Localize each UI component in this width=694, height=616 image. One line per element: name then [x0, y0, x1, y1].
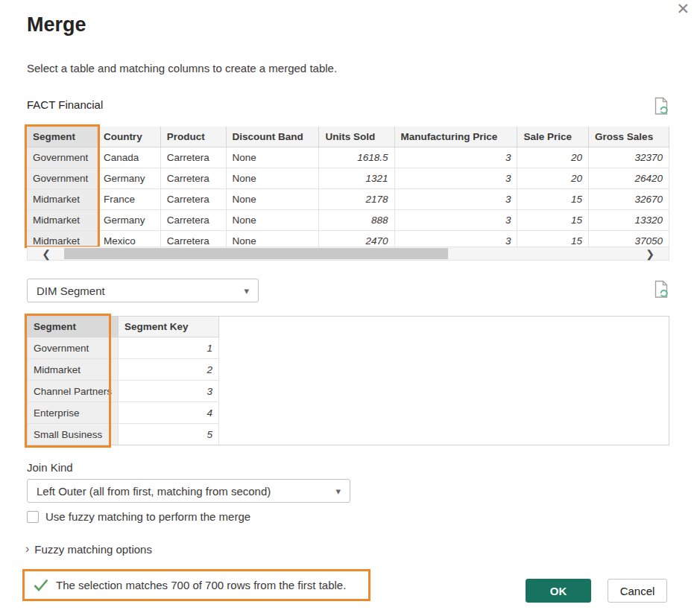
table-cell[interactable]: Government — [27, 168, 97, 188]
table-cell[interactable]: Government — [28, 337, 119, 359]
fuzzy-options-label: Fuzzy matching options — [34, 543, 152, 556]
chevron-down-icon: ▾ — [335, 486, 341, 497]
table-cell[interactable]: None — [226, 147, 319, 168]
table-cell[interactable]: Carretera — [160, 209, 226, 230]
scroll-left-icon[interactable]: ❮ — [37, 247, 56, 260]
first-table-clip: SegmentCountryProductDiscount BandUnits … — [27, 127, 669, 247]
table-row: GovernmentGermanyCarreteraNone1321320264… — [27, 168, 669, 188]
table-cell[interactable]: Small Business — [28, 424, 119, 445]
join-kind-dropdown[interactable]: Left Outer (all from first, matching fro… — [27, 479, 350, 503]
table-cell[interactable]: 2470 — [319, 230, 394, 247]
table-cell[interactable]: 3 — [394, 147, 517, 168]
first-table-preview: SegmentCountryProductDiscount BandUnits … — [27, 127, 669, 247]
table-cell[interactable]: 26420 — [589, 168, 669, 188]
join-kind-value: Left Outer (all from first, matching fro… — [37, 485, 271, 498]
table-cell[interactable]: 1 — [119, 337, 219, 359]
column-header[interactable]: Sale Price — [517, 127, 589, 147]
chevron-down-icon: ▾ — [244, 285, 249, 296]
table-cell[interactable]: 37050 — [589, 230, 669, 247]
status-message: The selection matches 700 of 700 rows fr… — [56, 579, 346, 591]
table-row: MidmarketFranceCarreteraNone217831532670 — [27, 188, 669, 209]
table-row: Government1 — [28, 337, 219, 359]
refresh-preview-icon[interactable] — [653, 97, 669, 116]
table-cell[interactable]: None — [226, 230, 319, 247]
table-cell[interactable]: Mexico — [97, 230, 160, 247]
column-header[interactable]: Segment — [27, 127, 97, 147]
fuzzy-checkbox-label: Use fuzzy matching to perform the merge — [45, 510, 250, 523]
table-cell[interactable]: Canada — [97, 147, 160, 168]
join-kind-label: Join Kind — [27, 461, 73, 474]
second-table-dropdown[interactable]: DIM Segment ▾ — [27, 279, 259, 302]
fuzzy-matching-row[interactable]: Use fuzzy matching to perform the merge — [27, 510, 250, 523]
table-cell[interactable]: 15 — [517, 188, 589, 209]
table-cell[interactable]: Midmarket — [27, 188, 97, 209]
column-header[interactable]: Product — [160, 127, 226, 147]
column-header[interactable]: Country — [97, 127, 160, 147]
table-row: Channel Partners3 — [28, 381, 219, 402]
second-table-dropdown-value: DIM Segment — [37, 285, 105, 297]
table-cell[interactable]: Carretera — [160, 188, 226, 209]
table-cell[interactable]: Channel Partners — [28, 381, 119, 402]
table-cell[interactable]: 1618.5 — [319, 147, 394, 168]
table-cell[interactable]: 5 — [119, 424, 219, 445]
column-header[interactable]: Segment Key — [119, 317, 219, 337]
table-cell[interactable]: Carretera — [160, 147, 226, 168]
column-header[interactable]: Units Sold — [319, 127, 394, 147]
refresh-preview-icon[interactable] — [653, 280, 669, 299]
column-header[interactable]: Manufacturing Price — [394, 127, 517, 147]
table-cell[interactable]: None — [226, 209, 319, 230]
table-cell[interactable]: 3 — [119, 381, 219, 402]
table-cell[interactable]: Germany — [97, 209, 160, 230]
table-cell[interactable]: 20 — [517, 168, 589, 188]
table-cell[interactable]: 1321 — [319, 168, 394, 188]
table-cell[interactable]: 2178 — [319, 188, 394, 209]
close-icon[interactable]: ✕ — [676, 0, 690, 18]
table-cell[interactable]: 15 — [517, 230, 589, 247]
table-cell[interactable]: Germany — [97, 168, 160, 188]
table-row: Small Business5 — [28, 424, 219, 445]
table-cell[interactable]: Carretera — [160, 230, 226, 247]
table-row: Enterprise4 — [28, 402, 219, 424]
table-cell[interactable]: Midmarket — [27, 230, 97, 247]
scrollbar-thumb[interactable] — [64, 248, 448, 259]
table-row: MidmarketMexicoCarreteraNone247031537050 — [27, 230, 669, 247]
chevron-right-icon: › — [25, 542, 29, 556]
table-cell[interactable]: 2 — [119, 359, 219, 381]
match-status: The selection matches 700 of 700 rows fr… — [22, 569, 370, 601]
merge-dialog: ✕ Merge Select a table and matching colu… — [0, 0, 694, 616]
table-cell[interactable]: 32670 — [589, 188, 669, 209]
table-cell[interactable]: Government — [27, 147, 97, 168]
table-cell[interactable]: 3 — [394, 230, 517, 247]
table-cell[interactable]: France — [97, 188, 160, 209]
table-cell[interactable]: Carretera — [160, 168, 226, 188]
table-cell[interactable]: None — [226, 188, 319, 209]
fuzzy-checkbox[interactable] — [27, 511, 39, 523]
table-cell[interactable]: 3 — [394, 168, 517, 188]
table-cell[interactable]: 3 — [394, 209, 517, 230]
table-cell[interactable]: Midmarket — [27, 209, 97, 230]
table-cell[interactable]: 888 — [319, 209, 394, 230]
second-table-box: SegmentSegment KeyGovernment1Midmarket2C… — [27, 316, 669, 445]
column-header[interactable]: Gross Sales — [589, 127, 669, 147]
scroll-right-icon[interactable]: ❯ — [640, 247, 660, 260]
table-cell[interactable]: 15 — [517, 209, 589, 230]
table-row: Midmarket2 — [28, 359, 219, 381]
ok-button[interactable]: OK — [526, 579, 591, 603]
page-title: Merge — [27, 13, 86, 36]
table-cell[interactable]: Enterprise — [28, 402, 119, 424]
table-cell[interactable]: 20 — [517, 147, 589, 168]
cancel-button[interactable]: Cancel — [608, 579, 667, 603]
table-cell[interactable]: 13320 — [589, 209, 669, 230]
table-cell[interactable]: Midmarket — [28, 359, 119, 381]
second-table: SegmentSegment KeyGovernment1Midmarket2C… — [27, 316, 219, 445]
table-cell[interactable]: 3 — [394, 188, 517, 209]
fuzzy-options-expander[interactable]: › Fuzzy matching options — [25, 542, 152, 556]
table-cell[interactable]: None — [226, 168, 319, 188]
first-table: SegmentCountryProductDiscount BandUnits … — [27, 127, 669, 247]
table-cell[interactable]: 32370 — [589, 147, 669, 168]
column-header[interactable]: Discount Band — [226, 127, 319, 147]
horizontal-scrollbar[interactable]: ❮ ❯ — [27, 247, 669, 261]
second-table-preview: SegmentSegment KeyGovernment1Midmarket2C… — [27, 316, 669, 445]
column-header[interactable]: Segment — [28, 317, 119, 337]
table-cell[interactable]: 4 — [119, 402, 219, 424]
